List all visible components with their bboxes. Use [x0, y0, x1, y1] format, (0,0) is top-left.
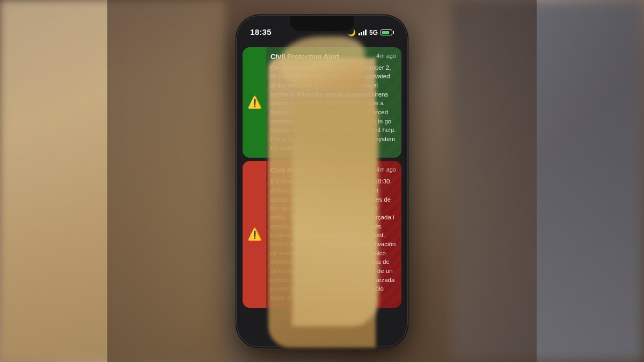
- warning-icon-1: ⚠️: [247, 97, 262, 108]
- alert-2-content: Civil Protection Alert 4m ago ES-Alert S…: [266, 161, 401, 307]
- alert-1-stripe: ⚠️: [243, 47, 266, 158]
- moon-icon: 🌙: [348, 29, 356, 36]
- signal-bars: [358, 29, 367, 35]
- warning-icon-2: ⚠️: [247, 228, 262, 240]
- alert-2-header: Civil Protection Alert 4m ago: [270, 166, 396, 174]
- alert-1-header: Civil Protection Alert 4m ago: [270, 53, 396, 61]
- alert-1-content: Civil Protection Alert 4m ago Chemical h…: [266, 47, 401, 158]
- alert-1-time: 4m ago: [376, 53, 396, 59]
- phone-wrapper: 18:35 🌙 5G: [236, 15, 408, 348]
- alert-2-stripe: ⚠️: [243, 161, 266, 307]
- alert-2-time: 4m ago: [376, 166, 396, 173]
- phone-notch: [290, 16, 354, 31]
- alert-card-1[interactable]: ⚠️ Civil Protection Alert 4m ago Chemica…: [243, 47, 401, 158]
- alert-1-title: Civil Protection Alert: [270, 53, 372, 61]
- alerts-scroll[interactable]: ⚠️ Civil Protection Alert 4m ago Chemica…: [237, 40, 407, 346]
- status-time: 18:35: [250, 27, 272, 36]
- status-icons: 🌙 5G: [348, 29, 394, 36]
- scene-background: 18:35 🌙 5G: [0, 0, 644, 362]
- red-bottom-peek: [290, 310, 365, 326]
- phone-device: 18:35 🌙 5G: [236, 15, 408, 348]
- alert-card-2[interactable]: ⚠️ Civil Protection Alert 4m ago ES-Aler…: [243, 161, 401, 307]
- phone-screen: 18:35 🌙 5G: [237, 16, 407, 346]
- battery-icon: [380, 29, 394, 35]
- alert-2-title: Civil Protection Alert: [270, 166, 372, 174]
- network-label: 5G: [369, 29, 378, 36]
- alert-2-body: ES-Alert SIMULACRE avui 2/11 a les 18:30…: [270, 177, 396, 302]
- alert-1-body: Chemical hazard DRILL today, November 2,…: [270, 63, 396, 153]
